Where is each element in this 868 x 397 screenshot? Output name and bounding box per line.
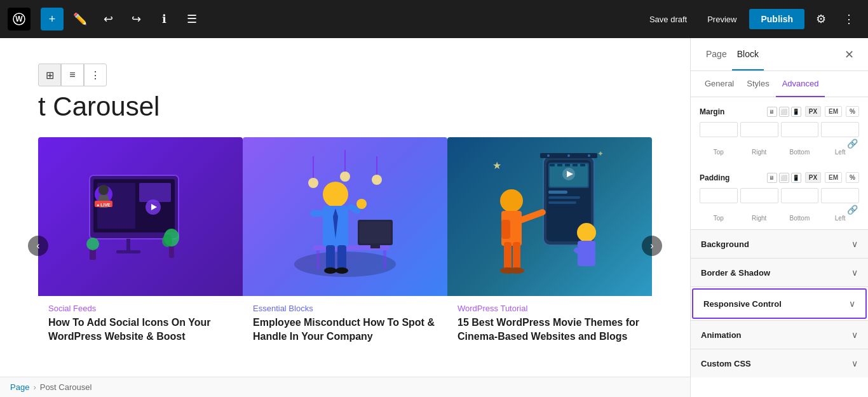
mobile-icon-pad[interactable]: 📱 [791, 173, 801, 183]
editor-scroll[interactable]: ⊞ ≡ ⋮ t Carousel ‹ › [0, 38, 690, 377]
more-options-button[interactable]: ⋮ [837, 8, 860, 30]
padding-unit-percent[interactable]: % [846, 172, 859, 183]
tablet-icon-pad[interactable]: ⬜ [779, 173, 789, 183]
padding-section: Padding 🖥 ⬜ 📱 PX EM % [691, 163, 868, 229]
wp-logo: W [8, 8, 31, 30]
padding-top-input[interactable] [700, 188, 738, 203]
grid-icon: ⊞ [46, 69, 54, 81]
accordion-border-shadow-header[interactable]: Border & Shadow ∨ [691, 259, 868, 286]
svg-rect-61 [504, 242, 512, 271]
tablet-icon[interactable]: ⬜ [779, 107, 789, 117]
padding-link-icon[interactable]: 🔗 [847, 205, 858, 215]
edit-button[interactable]: ✏️ [69, 8, 92, 30]
pencil-icon: ✏️ [73, 12, 87, 26]
sub-tab-advanced[interactable]: Advanced [776, 71, 825, 97]
chevron-down-icon: ∨ [851, 239, 858, 249]
svg-rect-46 [548, 191, 567, 194]
accordion-border-shadow-title: Border & Shadow [701, 268, 851, 278]
tab-page[interactable]: Page [701, 39, 732, 71]
svg-rect-51 [557, 164, 562, 166]
chevron-down-icon: ∨ [851, 358, 858, 368]
redo-button[interactable]: ↪ [125, 8, 147, 30]
save-draft-button[interactable]: Save draft [642, 11, 695, 28]
padding-unit-em[interactable]: EM [825, 172, 842, 183]
undo-button[interactable]: ↩ [97, 8, 119, 30]
svg-rect-59 [501, 220, 510, 239]
accordion-background-title: Background [701, 239, 851, 249]
panel-scroll-area[interactable]: General Styles Advanced Margin 🖥 ⬜ 📱 PX … [691, 71, 868, 397]
card-image [243, 137, 447, 296]
svg-rect-62 [513, 242, 520, 271]
margin-unit-percent[interactable]: % [846, 106, 859, 117]
margin-bottom-input[interactable] [781, 122, 819, 137]
svg-rect-25 [360, 222, 391, 243]
sub-tab-general[interactable]: General [698, 71, 740, 97]
breadcrumb-separator: › [33, 382, 36, 392]
svg-point-72 [567, 154, 570, 157]
preview-button[interactable]: Preview [700, 11, 744, 28]
block-align-button[interactable]: ≡ [61, 64, 84, 86]
margin-left-label: Left [821, 149, 859, 156]
desktop-icon[interactable]: 🖥 [767, 107, 777, 117]
svg-point-32 [356, 199, 367, 209]
carousel-card: Essential Blocks Employee Misconduct How… [243, 137, 447, 354]
margin-right-input[interactable] [740, 122, 778, 137]
svg-rect-60 [517, 208, 546, 224]
info-button[interactable]: ℹ [153, 8, 175, 30]
margin-link-icon[interactable]: 🔗 [847, 138, 858, 149]
margin-left-input[interactable] [821, 122, 859, 137]
panel-close-button[interactable]: ✕ [840, 46, 858, 64]
svg-rect-26 [370, 245, 380, 248]
padding-left-input[interactable] [821, 188, 859, 203]
carousel-prev-button[interactable]: ‹ [28, 236, 48, 256]
svg-text:★: ★ [492, 160, 501, 171]
svg-text:✦: ✦ [597, 149, 604, 158]
close-icon: ✕ [844, 48, 854, 62]
card-title: Employee Misconduct How To Spot & Handle… [243, 316, 447, 354]
sub-tabs: General Styles Advanced [691, 71, 868, 97]
accordion-responsive-control-header[interactable]: Responsive Control ∨ [692, 288, 867, 319]
sub-tab-styles[interactable]: Styles [740, 71, 775, 97]
align-icon: ≡ [69, 69, 75, 81]
add-block-button[interactable]: + [41, 8, 64, 30]
settings-button[interactable]: ⚙ [810, 8, 832, 30]
padding-right-input[interactable] [740, 188, 778, 203]
svg-point-35 [324, 267, 337, 274]
publish-button[interactable]: Publish [749, 9, 804, 29]
padding-top-label: Top [700, 215, 738, 222]
svg-rect-33 [326, 245, 335, 271]
svg-point-65 [577, 223, 596, 242]
mobile-icon[interactable]: 📱 [791, 107, 801, 117]
margin-bottom-label: Bottom [781, 149, 819, 156]
list-view-button[interactable]: ☰ [180, 8, 203, 30]
chevron-down-icon: ∨ [849, 299, 855, 309]
padding-bottom-label: Bottom [781, 215, 819, 222]
margin-unit-px[interactable]: PX [805, 106, 821, 117]
card-image: ★ ✦ [447, 137, 652, 296]
margin-sublabels: Top Right Bottom Left [700, 149, 859, 156]
svg-point-40 [340, 172, 350, 182]
svg-rect-52 [565, 164, 570, 166]
svg-point-42 [372, 175, 382, 185]
block-grid-button[interactable]: ⊞ [38, 64, 61, 86]
tab-block[interactable]: Block [732, 39, 764, 71]
margin-section: Margin 🖥 ⬜ 📱 PX EM % [691, 97, 868, 163]
svg-point-57 [500, 189, 523, 212]
carousel-card: ★ ✦ WordPress Tutorial [447, 137, 652, 354]
desktop-icon-pad[interactable]: 🖥 [767, 173, 777, 183]
margin-unit-em[interactable]: EM [825, 106, 842, 117]
card-category: Social Feeds [38, 296, 243, 316]
accordion-background-header[interactable]: Background ∨ [691, 230, 868, 258]
padding-unit-px[interactable]: PX [805, 172, 821, 183]
svg-point-7 [98, 185, 109, 195]
undo-icon: ↩ [104, 12, 113, 26]
block-more-button[interactable]: ⋮ [84, 64, 107, 86]
accordion-animation-header[interactable]: Animation ∨ [691, 321, 868, 349]
carousel-card: ● LIVE [38, 137, 243, 354]
breadcrumb-current: Post Carousel [40, 382, 92, 392]
carousel-next-button[interactable]: › [642, 236, 662, 256]
padding-bottom-input[interactable] [781, 188, 819, 203]
breadcrumb-home-link[interactable]: Page [10, 382, 29, 392]
accordion-custom-css-header[interactable]: Custom CSS ∨ [691, 349, 868, 377]
margin-top-input[interactable] [700, 122, 738, 137]
